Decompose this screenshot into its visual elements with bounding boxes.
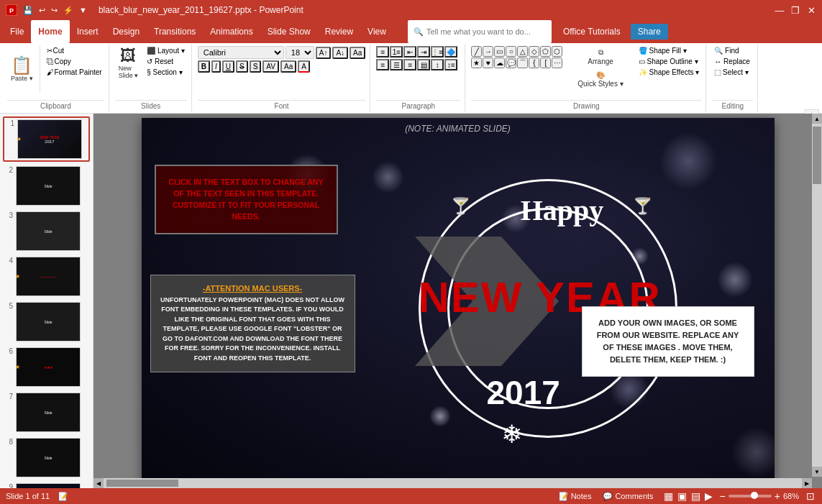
canvas-scrollbar-vertical[interactable]: ▲ ▼ — [812, 114, 822, 477]
shape-effects-btn[interactable]: ✨ Shape Effects ▾ — [636, 68, 702, 77]
undo-quick-btn[interactable]: ↩ — [37, 4, 47, 17]
normal-view-btn[interactable]: ▦ — [662, 489, 675, 503]
section-btn[interactable]: § Section ▾ — [145, 68, 187, 77]
shape-more[interactable]: ⋯ — [552, 58, 562, 68]
shape-callout[interactable]: 💬 — [506, 58, 516, 68]
shape-arrow[interactable]: → — [483, 46, 493, 57]
canvas-scrollbar-horizontal[interactable]: ◀ ▶ — [93, 478, 812, 488]
menu-home[interactable]: Home — [31, 20, 69, 43]
underline-btn[interactable]: U — [222, 60, 234, 73]
slide-thumb-3[interactable]: 3 Slide — [3, 210, 90, 252]
decrease-indent-btn[interactable]: ⇤ — [403, 46, 416, 58]
slide-thumb-6[interactable]: 6 ★ ★★★ — [3, 346, 90, 388]
font-size-select[interactable]: 18 — [286, 46, 314, 59]
shape-fill-btn[interactable]: 🪣 Shape Fill ▾ — [636, 46, 702, 55]
menu-insert[interactable]: Insert — [70, 20, 106, 43]
line-spacing-btn[interactable]: ↕≡ — [444, 59, 457, 70]
mac-warning-box[interactable]: -ATTENTION MAC USERS- UNFORTUNATELY POWE… — [150, 275, 355, 373]
scroll-down-btn[interactable]: ▼ — [812, 467, 822, 477]
decrease-font-btn[interactable]: A↓ — [332, 47, 348, 59]
menu-transitions[interactable]: Transitions — [147, 20, 203, 43]
close-btn[interactable]: ✕ — [806, 5, 816, 15]
scroll-thumb-v[interactable] — [813, 127, 821, 184]
replace-btn[interactable]: ↔ Replace — [712, 57, 752, 66]
search-input[interactable] — [426, 27, 542, 36]
minimize-btn[interactable]: — — [775, 5, 785, 15]
shape-line[interactable]: ╱ — [471, 46, 482, 57]
shape-cloud[interactable]: ☁ — [494, 58, 505, 68]
customize-quick-btn[interactable]: ▼ — [78, 4, 88, 16]
numbered-list-btn[interactable]: 1≡ — [390, 46, 403, 58]
shape-oval[interactable]: ○ — [506, 46, 516, 57]
reset-btn[interactable]: ↺ Reset — [145, 57, 187, 66]
menu-review[interactable]: Review — [318, 20, 360, 43]
shape-hexagon[interactable]: ⬡ — [552, 46, 562, 57]
red-instructions-box[interactable]: CLICK IN THE TEXT BOX TO CHANGE ANY OF T… — [155, 165, 338, 234]
scroll-right-btn[interactable]: ▶ — [802, 478, 812, 488]
slide-thumb-5[interactable]: 5 Slide — [3, 301, 90, 343]
zoom-slider[interactable] — [729, 495, 772, 498]
font-name-select[interactable]: Calibri — [198, 46, 284, 59]
scroll-up-btn[interactable]: ▲ — [812, 114, 822, 124]
quick-styles-btn[interactable]: 🎨 Quick Styles ▾ — [574, 69, 626, 90]
align-left-btn[interactable]: ≡ — [376, 59, 389, 70]
shape-diamond[interactable]: ◇ — [529, 46, 539, 57]
shadow-btn[interactable]: S — [250, 60, 262, 73]
menu-slideshow[interactable]: Slide Show — [260, 20, 318, 43]
menu-animations[interactable]: Animations — [203, 20, 260, 43]
menu-design[interactable]: Design — [106, 20, 147, 43]
tell-me-search[interactable]: 🔍 — [408, 20, 552, 43]
notes-btn[interactable]: 📝 Notes — [556, 490, 595, 503]
arrange-btn[interactable]: ⧉ Arrange — [574, 46, 626, 68]
redo-quick-btn[interactable]: ↪ — [50, 4, 59, 17]
menu-file[interactable]: File — [3, 20, 31, 43]
shape-heart[interactable]: ♥ — [483, 58, 493, 68]
shape-triangle[interactable]: △ — [517, 46, 528, 57]
paste-btn[interactable]: 📋 Paste ▾ — [7, 55, 37, 84]
shape-star[interactable]: ★ — [471, 58, 482, 68]
copy-btn[interactable]: ⿻ Copy — [45, 57, 104, 66]
increase-indent-btn[interactable]: ⇥ — [417, 46, 430, 58]
scroll-left-btn[interactable]: ◀ — [93, 478, 104, 488]
office-tutorials-btn[interactable]: Office Tutorials — [557, 24, 626, 40]
shape-bracket[interactable]: [ — [540, 58, 551, 68]
select-btn[interactable]: ⬚ Select ▾ — [712, 68, 752, 77]
reading-view-btn[interactable]: ▤ — [690, 489, 702, 503]
zoom-in-btn[interactable]: + — [775, 490, 780, 502]
shape-rect[interactable]: ▭ — [494, 46, 505, 57]
slide-thumb-2[interactable]: 2 Slide — [3, 165, 90, 207]
slide-thumb-8[interactable]: 8 Slide — [3, 436, 90, 479]
zoom-out-btn[interactable]: − — [720, 490, 726, 502]
share-btn[interactable]: Share — [631, 24, 668, 40]
justify-btn[interactable]: ▤ — [417, 59, 430, 70]
shape-brace[interactable]: { — [529, 58, 539, 68]
scroll-thumb-h[interactable] — [106, 480, 178, 487]
new-slide-btn[interactable]: 🖼 NewSlide ▾ — [115, 46, 142, 81]
font-color-btn[interactable]: A — [298, 60, 310, 73]
slide-sorter-btn[interactable]: ▣ — [676, 489, 688, 503]
restore-btn[interactable]: ❐ — [790, 5, 800, 15]
clear-format-btn[interactable]: Aa — [350, 47, 365, 59]
save-quick-btn[interactable]: 💾 — [22, 4, 35, 17]
white-info-box[interactable]: ADD YOUR OWN IMAGES, OR SOME FROM OUR WE… — [582, 306, 754, 377]
smartart-btn[interactable]: 🔷 — [444, 46, 457, 58]
slide-thumb-4[interactable]: 4 ★ —— —— — [3, 255, 90, 298]
menu-view[interactable]: View — [360, 20, 393, 43]
debug-quick-btn[interactable]: ⚡ — [62, 4, 75, 17]
slide-thumb-7[interactable]: 7 Slide — [3, 391, 90, 434]
change-case-btn[interactable]: Aa — [280, 60, 296, 73]
find-btn[interactable]: 🔍 Find — [712, 46, 752, 55]
slide-canvas[interactable]: (NOTE: ANIMATED SLIDE) 🍸 🍸 Happy — [142, 118, 775, 485]
slide-thumb-1[interactable]: 1 ★ NEW YEAR 2017 — [3, 116, 90, 162]
shape-outline-btn[interactable]: ▭ Shape Outline ▾ — [636, 57, 702, 66]
shape-curve[interactable]: ⌒ — [517, 58, 528, 68]
slideshow-btn[interactable]: ▶ — [703, 489, 714, 503]
slide-notes-accessible-btn[interactable]: 📝 — [55, 490, 71, 503]
align-right-btn[interactable]: ≡ — [403, 59, 416, 70]
cut-btn[interactable]: ✂ Cut — [45, 46, 104, 55]
italic-btn[interactable]: I — [211, 60, 221, 73]
fit-page-btn[interactable]: ⊡ — [805, 489, 816, 503]
shape-pentagon[interactable]: ⬠ — [540, 46, 551, 57]
layout-btn[interactable]: ⬛ Layout ▾ — [145, 46, 187, 55]
strikethrough-btn[interactable]: S — [236, 60, 248, 73]
